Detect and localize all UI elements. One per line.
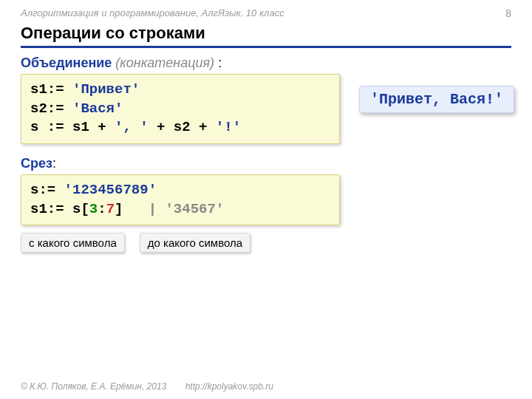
slide: Алгоритмизация и программирование, АлгЯз…: [0, 0, 532, 399]
footer-copyright: © К.Ю. Поляков, Е.А. Ерёмин, 2013: [21, 381, 166, 392]
concat-result: 'Привет, Вася!': [359, 86, 514, 113]
section-slice-label: Срез:: [21, 156, 511, 171]
slice-label-main: Срез: [21, 156, 52, 171]
topbar: Алгоритмизация и программирование, АлгЯз…: [21, 0, 511, 19]
slice-annotations: с какого символа до какого символа: [21, 233, 511, 253]
slice-code: s:= '123456789' s1:= s[3:7] | '34567': [21, 174, 340, 225]
concat-code: s1:= 'Привет' s2:= 'Вася' s := s1 + ', '…: [21, 74, 340, 144]
footer: © К.Ю. Поляков, Е.А. Ерёмин, 2013 http:/…: [21, 381, 273, 392]
footer-url: http://kpolyakov.spb.ru: [185, 381, 273, 392]
concat-block: s1:= 'Привет' s2:= 'Вася' s := s1 + ', '…: [21, 74, 511, 144]
concat-label-sub: (конкатенация): [115, 55, 214, 70]
page-number: 8: [505, 7, 511, 19]
annot-from: с какого символа: [21, 233, 125, 253]
slice-label-colon: :: [52, 156, 56, 171]
slice-block: s:= '123456789' s1:= s[3:7] | '34567': [21, 174, 511, 225]
concat-label-main: Объединение: [21, 55, 112, 70]
section-concat-label: Объединение (конкатенация) :: [21, 55, 511, 71]
annot-to: до какого символа: [140, 233, 250, 253]
page-title: Операции со строками: [21, 24, 511, 48]
series-title: Алгоритмизация и программирование, АлгЯз…: [21, 7, 284, 19]
concat-label-colon: :: [214, 55, 222, 70]
